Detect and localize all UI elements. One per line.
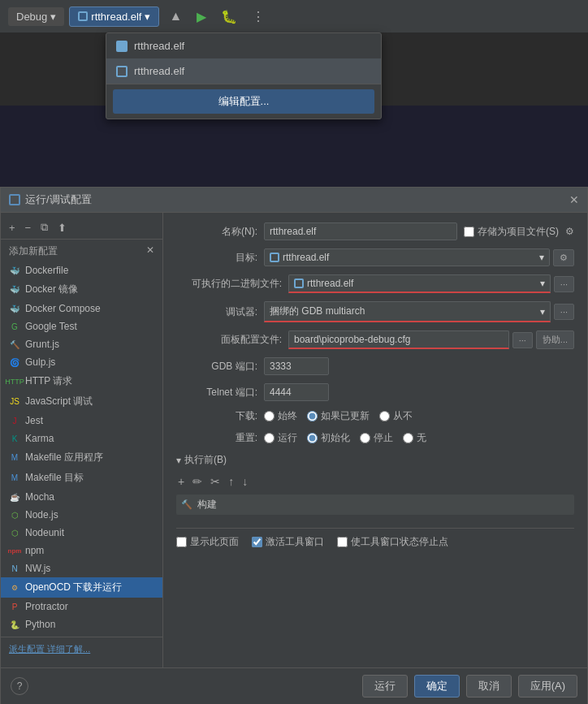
bottom-checkboxes: 显示此页面 激活工具窗口 使工具窗口状态停止点 <box>176 528 574 549</box>
debug-toolbar: Debug ▾ rtthread.elf ▾ ▲ ▶ 🐛 ⋮ <box>0 0 588 32</box>
arrow-up-button[interactable]: ▲ <box>164 7 187 25</box>
debug-chevron-icon: ▾ <box>50 11 56 23</box>
gdb-port-input[interactable] <box>264 357 329 375</box>
sidebar-item-makefile-app[interactable]: M Makefile 应用程序 <box>1 447 162 468</box>
activate-window-checkbox[interactable] <box>252 537 262 547</box>
sidebar-item-mocha[interactable]: ☕ Mocha <box>1 488 162 506</box>
run-button[interactable]: 运行 <box>362 675 408 698</box>
grunt-icon: 🔨 <box>9 339 20 350</box>
dropdown-item-run[interactable]: rtthread.elf <box>106 33 381 58</box>
sidebar-item-karma[interactable]: K Karma <box>1 430 162 447</box>
reset-none[interactable]: 无 <box>403 431 426 445</box>
sidebar-item-javascript[interactable]: JS JavaScript 调试 <box>1 391 162 412</box>
apply-button[interactable]: 应用(A) <box>518 675 577 698</box>
sidebar-item-jest[interactable]: J Jest <box>1 412 162 430</box>
telnet-port-label: Telnet 端口: <box>176 386 257 400</box>
help-button[interactable]: ? <box>11 677 28 695</box>
sidebar-item-npm[interactable]: npm npm <box>1 542 162 559</box>
pre-exec-build-item[interactable]: 🔨 构建 <box>176 495 574 515</box>
pre-exec-cut-btn[interactable]: ✂ <box>209 473 222 490</box>
sidebar-item-label: npm <box>25 545 44 556</box>
executable-select[interactable]: rtthread.elf ▾ <box>288 274 551 293</box>
pause-on-breakpoint-label: 使工具窗口状态停止点 <box>351 535 448 549</box>
sidebar-item-google-test[interactable]: G Google Test <box>1 317 162 335</box>
telnet-port-input[interactable] <box>264 383 329 401</box>
board-config-input-row: ··· 协助... <box>288 330 574 349</box>
dialog-close-button[interactable]: ✕ <box>569 193 579 206</box>
activate-window-checkbox-label[interactable]: 激活工具窗口 <box>252 535 324 549</box>
sidebar-item-openocd[interactable]: ⚙ OpenOCD 下载并运行 <box>1 577 162 598</box>
download-never[interactable]: 从不 <box>379 409 413 423</box>
debugger-select-row: 捆绑的 GDB multiarch ▾ ··· <box>264 301 574 322</box>
board-config-browse-btn[interactable]: ··· <box>512 332 533 348</box>
pre-exec-down-btn[interactable]: ↓ <box>240 473 249 490</box>
cancel-button[interactable]: 取消 <box>466 675 512 698</box>
pre-exec-chevron-icon: ▾ <box>176 455 181 466</box>
sidebar-item-dockerfile[interactable]: 🐳 Dockerfile <box>1 261 162 279</box>
mocha-icon: ☕ <box>9 491 20 503</box>
reset-halt[interactable]: 停止 <box>360 431 393 445</box>
sidebar-item-label: Google Test <box>25 321 77 332</box>
save-to-file-icon[interactable]: ⚙ <box>565 226 574 237</box>
learn-more-link[interactable]: 派生配置 详细了解... <box>9 644 90 654</box>
pre-exec-up-btn[interactable]: ↑ <box>227 473 236 490</box>
sidebar-item-nodeunit[interactable]: ⬡ Nodeunit <box>1 524 162 542</box>
download-row: 下载: 始终 如果已更新 从不 <box>176 409 574 423</box>
sidebar-item-makefile-target[interactable]: M Makefile 目标 <box>1 468 162 488</box>
show-page-checkbox-label[interactable]: 显示此页面 <box>176 535 239 549</box>
board-config-help-btn[interactable]: 协助... <box>536 330 574 349</box>
board-config-input[interactable] <box>288 330 509 349</box>
debugger-browse-btn[interactable]: ··· <box>554 304 574 320</box>
executable-row: 可执行的二进制文件: rtthread.elf ▾ ··· <box>176 274 574 293</box>
run-config-button[interactable]: rtthread.elf ▾ <box>69 6 159 27</box>
pause-on-breakpoint-checkbox[interactable] <box>337 537 348 547</box>
reset-init[interactable]: 初始化 <box>307 431 350 445</box>
save-to-file-checkbox[interactable] <box>464 227 474 237</box>
more-options-button[interactable]: ⋮ <box>247 7 270 26</box>
target-settings-btn[interactable]: ⚙ <box>553 249 574 266</box>
bug-button[interactable]: 🐛 <box>216 7 242 26</box>
telnet-port-row: Telnet 端口: <box>176 383 574 401</box>
download-always[interactable]: 始终 <box>264 409 297 423</box>
sidebar-item-python[interactable]: 🐍 Python <box>1 615 162 633</box>
executable-browse-btn[interactable]: ··· <box>554 276 574 292</box>
play-button[interactable]: ▶ <box>192 7 211 26</box>
save-to-file-label: 存储为项目文件(S) <box>478 225 559 239</box>
reset-run[interactable]: 运行 <box>264 431 297 445</box>
add-config-close-btn[interactable]: ✕ <box>146 244 154 256</box>
sidebar-item-label: Gulp.js <box>25 356 55 368</box>
target-chevron: ▾ <box>539 252 544 263</box>
pre-exec-header[interactable]: ▾ 执行前(B) <box>176 453 574 467</box>
remove-config-toolbar-btn[interactable]: − <box>22 220 35 235</box>
debugger-select[interactable]: 捆绑的 GDB multiarch ▾ <box>264 301 551 322</box>
sidebar-item-nodejs[interactable]: ⬡ Node.js <box>1 506 162 524</box>
pre-exec-edit-btn[interactable]: ✏ <box>191 473 204 490</box>
target-select[interactable]: rtthread.elf ▾ <box>264 248 550 266</box>
sidebar-item-protractor[interactable]: P Protractor <box>1 598 162 615</box>
move-config-toolbar-btn[interactable]: ⬆ <box>54 220 70 235</box>
pre-exec-add-btn[interactable]: + <box>176 473 186 490</box>
reset-halt-label: 停止 <box>374 431 393 445</box>
add-config-toolbar-btn[interactable]: + <box>6 220 19 235</box>
edit-config-button[interactable]: 编辑配置... <box>113 89 374 114</box>
sidebar-item-nw[interactable]: N NW.js <box>1 559 162 577</box>
sidebar-item-http[interactable]: HTTP HTTP 请求 <box>1 371 162 391</box>
name-input[interactable] <box>264 222 457 240</box>
sidebar-item-label: Jest <box>25 415 43 426</box>
sidebar-item-label: Grunt.js <box>25 339 59 350</box>
pause-on-breakpoint-checkbox-label[interactable]: 使工具窗口状态停止点 <box>337 535 448 549</box>
dropdown-item-debug[interactable]: rtthread.elf <box>106 58 381 84</box>
download-if-updated[interactable]: 如果已更新 <box>307 409 370 423</box>
show-page-checkbox[interactable] <box>176 537 187 547</box>
reset-radio-group: 运行 初始化 停止 无 <box>264 431 574 445</box>
debug-button[interactable]: Debug ▾ <box>8 7 64 26</box>
sidebar-item-docker-compose[interactable]: 🐳 Docker Compose <box>1 300 162 317</box>
sidebar-item-docker-image[interactable]: 🐳 Docker 镜像 <box>1 279 162 300</box>
sidebar-item-gulp[interactable]: 🌀 Gulp.js <box>1 353 162 371</box>
copy-config-toolbar-btn[interactable]: ⧉ <box>37 219 51 235</box>
pre-exec-section: ▾ 执行前(B) + ✏ ✂ ↑ ↓ 🔨 构建 <box>176 453 574 515</box>
ok-button[interactable]: 确定 <box>414 675 460 698</box>
sidebar-item-grunt[interactable]: 🔨 Grunt.js <box>1 335 162 353</box>
makefile-target-icon: M <box>9 473 20 484</box>
dropdown-run-label: rtthread.elf <box>134 40 184 52</box>
